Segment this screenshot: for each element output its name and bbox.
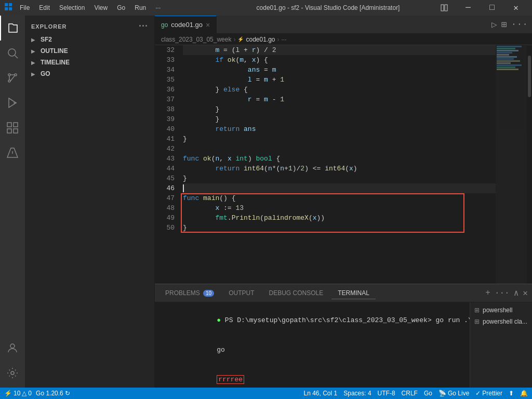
menu-view[interactable]: View <box>90 3 112 12</box>
line-num-45: 45 <box>155 174 175 183</box>
status-go-version[interactable]: Go 1.20.6 ↻ <box>36 390 70 397</box>
timeline-arrow-icon: ▶ <box>31 60 39 65</box>
line-num-37: 37 <box>155 95 175 104</box>
line-num-36: 36 <box>155 85 175 95</box>
line-num-38: 38 <box>155 104 175 114</box>
terminal-close-icon[interactable]: ✕ <box>523 288 528 298</box>
sidebar-item-sf2[interactable]: ▶ SF2 <box>25 35 154 44</box>
terminal-actions: + ··· ∧ ✕ <box>485 288 528 298</box>
explorer-icon[interactable] <box>0 16 25 41</box>
line-num-46: 46 <box>155 183 175 193</box>
svg-point-9 <box>8 80 10 82</box>
status-golive[interactable]: 📡 Go Live <box>438 390 469 397</box>
status-prettier[interactable]: ✓ Prettier <box>475 390 502 397</box>
search-icon[interactable] <box>0 41 25 65</box>
line-num-50: 50 <box>155 223 175 233</box>
tab-code01[interactable]: go code01.go × <box>155 16 217 34</box>
svg-point-10 <box>15 74 17 76</box>
svg-rect-4 <box>441 5 444 11</box>
source-control-icon[interactable] <box>0 65 25 90</box>
status-left: ⚡ 10 △ 0 Go 1.20.6 ↻ <box>4 390 70 397</box>
terminal-shell-1[interactable]: ⊞ powershell <box>470 304 532 316</box>
settings-icon[interactable] <box>0 361 25 385</box>
code-content[interactable]: m = (l + r) / 2 if ok(m, x) { ans = m l … <box>181 45 496 284</box>
terminal-line-3: rrrree <box>160 365 464 388</box>
status-spaces[interactable]: Spaces: 4 <box>343 390 371 397</box>
status-encoding[interactable]: UTF-8 <box>378 390 395 397</box>
sidebar-item-timeline[interactable]: ▶ TIMELINE <box>25 58 154 67</box>
svg-rect-18 <box>7 129 11 133</box>
status-line-ending[interactable]: CRLF <box>402 390 418 397</box>
tab-debug-console[interactable]: DEBUG CONSOLE <box>263 287 330 299</box>
status-bar: ⚡ 10 △ 0 Go 1.20.6 ↻ Ln 46, Col 1 Spaces… <box>0 388 532 399</box>
line-num-49: 49 <box>155 213 175 223</box>
terminal-line-2: go <box>160 335 464 365</box>
breadcrumb-sep1: › <box>233 36 235 43</box>
sidebar-more-button[interactable]: ··· <box>139 21 148 32</box>
line-num-34: 34 <box>155 65 175 75</box>
run-debug-icon[interactable] <box>0 90 25 115</box>
tab-terminal[interactable]: TERMINAL <box>331 287 376 299</box>
split-editor-icon[interactable]: ⊞ <box>501 19 507 30</box>
extensions-icon[interactable] <box>0 115 25 140</box>
test-icon[interactable] <box>0 140 25 165</box>
layout-button[interactable] <box>432 0 456 16</box>
line-num-39: 39 <box>155 114 175 124</box>
svg-rect-16 <box>7 123 11 127</box>
scrollbar-thumb[interactable] <box>528 56 531 97</box>
add-terminal-icon[interactable]: + <box>485 288 490 298</box>
tab-output[interactable]: OUTPUT <box>222 287 260 299</box>
account-icon[interactable] <box>0 336 25 361</box>
shell-icon-2: ⊞ <box>474 318 480 325</box>
code-line-42 <box>183 144 496 154</box>
close-button[interactable]: ✕ <box>504 0 528 16</box>
line-num-40: 40 <box>155 124 175 134</box>
breadcrumb-file[interactable]: code01.go <box>246 36 275 43</box>
menu-selection[interactable]: Selection <box>55 3 89 12</box>
status-position[interactable]: Ln 46, Col 1 <box>304 390 338 397</box>
warning-icon: △ <box>22 390 26 397</box>
editor-scrollbar[interactable] <box>527 45 532 284</box>
terminal-panel: PROBLEMS 10 OUTPUT DEBUG CONSOLE TERMINA… <box>155 284 532 388</box>
menu-run[interactable]: Run <box>130 3 150 12</box>
run-file-icon[interactable]: ▷ <box>491 19 497 30</box>
more-actions-icon[interactable]: ··· <box>511 19 528 30</box>
tab-problems[interactable]: PROBLEMS 10 <box>159 287 220 299</box>
menu-edit[interactable]: Edit <box>35 3 54 12</box>
status-errors[interactable]: ⚡ 10 △ 0 <box>4 390 32 397</box>
prettier-label: Prettier <box>482 390 502 397</box>
status-bell-icon[interactable]: 🔔 <box>520 390 528 397</box>
tab-label: code01.go <box>171 21 203 29</box>
shell-label-2: powershell cla... <box>483 318 527 325</box>
menu-more[interactable]: ··· <box>151 3 165 12</box>
code-line-33: if ok(m, x) { <box>183 55 496 65</box>
menu-go[interactable]: Go <box>113 3 129 12</box>
sidebar-item-outline[interactable]: ▶ OUTLINE <box>25 46 154 56</box>
menu-file[interactable]: File <box>16 3 34 12</box>
go-sync-icon: ↻ <box>65 390 70 397</box>
minimize-button[interactable]: ─ <box>456 0 480 16</box>
code-editor[interactable]: 32 33 34 35 36 37 38 39 40 41 42 43 44 4… <box>155 45 532 284</box>
sidebar-item-go[interactable]: ▶ GO <box>25 69 154 78</box>
outline-arrow-icon: ▶ <box>31 48 39 54</box>
terminal-more-icon[interactable]: ··· <box>495 288 510 298</box>
terminal-line-1: ● PS D:\mysetup\gopath\src\sf2\class_202… <box>160 305 464 335</box>
svg-point-21 <box>10 344 15 348</box>
terminal-shell-2[interactable]: ⊞ powershell cla... <box>470 316 532 327</box>
svg-rect-2 <box>5 7 8 10</box>
sidebar: Explorer ··· ▶ SF2 ▶ OUTLINE ▶ TIMELINE … <box>25 16 155 388</box>
breadcrumb-more[interactable]: ··· <box>282 36 287 43</box>
terminal-content[interactable]: ● PS D:\mysetup\gopath\src\sf2\class_202… <box>155 302 470 388</box>
status-language[interactable]: Go <box>424 390 432 397</box>
tab-close-button[interactable]: × <box>206 21 210 29</box>
svg-point-8 <box>8 74 10 76</box>
maximize-button[interactable]: □ <box>480 0 504 16</box>
breadcrumb-folder[interactable]: class_2023_03_05_week <box>161 36 231 43</box>
terminal-chevron-up-icon[interactable]: ∧ <box>514 288 519 298</box>
status-upload-icon[interactable]: ⬆ <box>509 390 514 397</box>
outline-label: OUTLINE <box>41 47 68 55</box>
error-count: 10 <box>14 390 20 397</box>
explorer-title: Explorer <box>31 23 67 30</box>
problems-badge: 10 <box>203 290 214 297</box>
code-line-34: ans = m <box>183 65 496 75</box>
